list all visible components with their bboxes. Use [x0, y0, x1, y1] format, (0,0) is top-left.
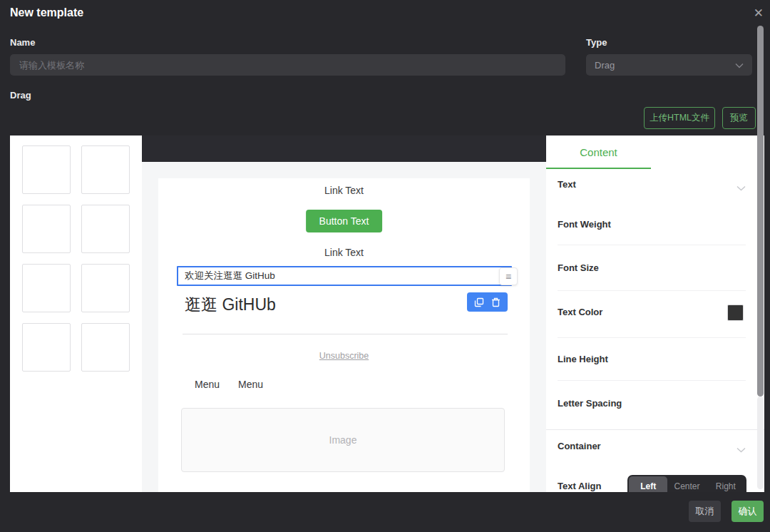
email-menu-block: Menu Menu	[195, 379, 263, 390]
menu-item[interactable]: Menu	[238, 379, 263, 390]
scrollbar-thumb[interactable]	[757, 26, 764, 397]
component-placeholder[interactable]	[81, 205, 130, 253]
page-title: New template	[10, 6, 83, 19]
email-image-block[interactable]: Image	[181, 408, 505, 472]
cancel-button[interactable]: 取消	[689, 501, 721, 522]
section-header-container[interactable]: Container	[558, 441, 601, 451]
text-color-swatch[interactable]	[727, 305, 744, 321]
drag-handle-icon[interactable]: ≡	[499, 267, 518, 285]
inspector-panel: Content Text Font Weight Font Size Text …	[546, 135, 764, 492]
copy-icon[interactable]	[474, 297, 484, 307]
align-option-center[interactable]: Center	[667, 476, 706, 492]
block-action-bar	[467, 292, 508, 312]
divider	[558, 245, 746, 245]
email-card: Link Text Button Text Link Text ≡ 逛逛 Git…	[158, 178, 530, 492]
component-placeholder[interactable]	[22, 205, 71, 253]
delete-icon[interactable]	[491, 297, 500, 307]
divider	[558, 337, 746, 338]
divider	[558, 380, 746, 381]
image-placeholder-label: Image	[329, 434, 357, 446]
chevron-down-icon[interactable]	[736, 181, 746, 194]
email-button-block[interactable]: Button Text	[306, 210, 383, 232]
chevron-down-icon	[735, 58, 744, 71]
component-palette	[10, 135, 142, 492]
canvas-header-bar	[142, 135, 546, 162]
email-heading-block[interactable]: 逛逛 GitHUb	[185, 294, 276, 316]
component-placeholder[interactable]	[22, 264, 71, 312]
component-placeholder[interactable]	[22, 323, 71, 372]
email-divider-block[interactable]	[183, 334, 508, 334]
email-link-block[interactable]: Link Text	[158, 185, 530, 196]
template-name-input[interactable]	[10, 54, 565, 76]
section-divider	[546, 429, 764, 430]
field-label-text-color: Text Color	[558, 307, 602, 317]
component-placeholder[interactable]	[81, 323, 130, 372]
selected-text-block-input[interactable]	[177, 266, 512, 286]
email-link-block[interactable]: Link Text	[158, 247, 530, 258]
align-option-right[interactable]: Right	[707, 476, 745, 492]
type-label: Type	[586, 37, 607, 48]
text-align-segmented-control: Left Center Right	[627, 475, 746, 492]
drag-section-label: Drag	[10, 90, 31, 101]
upload-html-button[interactable]: 上传HTML文件	[644, 107, 715, 129]
component-placeholder[interactable]	[22, 145, 71, 194]
field-label-font-weight: Font Weight	[558, 219, 611, 230]
name-label: Name	[10, 37, 35, 48]
field-label-text-align: Text Align	[558, 481, 601, 491]
scrollbar-track[interactable]	[757, 397, 764, 489]
field-label-font-size: Font Size	[558, 262, 599, 273]
tab-active-indicator	[546, 168, 651, 169]
section-header-text[interactable]: Text	[558, 179, 576, 190]
component-placeholder[interactable]	[81, 145, 130, 194]
tab-content[interactable]: Content	[546, 135, 651, 168]
chevron-down-icon[interactable]	[736, 443, 746, 456]
confirm-button[interactable]: 确认	[732, 501, 764, 522]
type-select[interactable]: Drag	[586, 54, 752, 76]
type-select-value: Drag	[595, 60, 615, 71]
preview-button[interactable]: 预览	[722, 107, 756, 129]
close-icon[interactable]: ✕	[754, 6, 764, 21]
field-label-letter-spacing: Letter Spacing	[558, 398, 622, 409]
divider	[558, 290, 746, 291]
align-option-left[interactable]: Left	[629, 476, 667, 492]
field-label-line-height: Line Height	[558, 354, 608, 364]
unsubscribe-link-block[interactable]: Unsubscribe	[158, 351, 530, 361]
component-placeholder[interactable]	[81, 264, 130, 312]
menu-item[interactable]: Menu	[195, 379, 220, 390]
email-canvas: Link Text Button Text Link Text ≡ 逛逛 Git…	[142, 135, 546, 492]
